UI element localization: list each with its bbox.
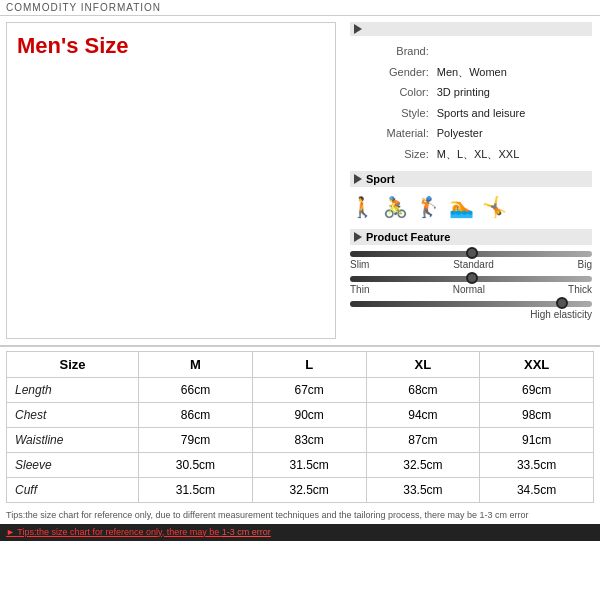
feature-arrow-icon (354, 232, 362, 242)
material-label: Material: (352, 124, 433, 143)
col-xl: XL (366, 352, 480, 378)
cell-xl: 68cm (366, 378, 480, 403)
slider-track-2 (350, 276, 592, 282)
cell-l: 90cm (252, 403, 366, 428)
cell-l: 67cm (252, 378, 366, 403)
cell-m: 31.5cm (139, 478, 253, 503)
info-panel: Brand: Gender: Men、Women Color: 3D print… (342, 16, 600, 345)
brand-value (435, 42, 590, 61)
style-row: Style: Sports and leisure (352, 104, 590, 123)
cell-l: 31.5cm (252, 453, 366, 478)
big-label: Big (578, 259, 592, 270)
size-row: Size: M、L、XL、XXL (352, 145, 590, 164)
table-row: Chest 86cm 90cm 94cm 98cm (7, 403, 594, 428)
cell-m: 86cm (139, 403, 253, 428)
row-label: Cuff (7, 478, 139, 503)
table-row: Sleeve 30.5cm 31.5cm 32.5cm 33.5cm (7, 453, 594, 478)
color-label: Color: (352, 83, 433, 102)
gender-value: Men、Women (435, 63, 590, 82)
tips-highlight-text: Tips:the size chart for reference only, … (17, 527, 222, 537)
material-row: Material: Polyester (352, 124, 590, 143)
material-value: Polyester (435, 124, 590, 143)
cell-xl: 94cm (366, 403, 480, 428)
sport-section: Sport 🚶 🚴 🏌 🏊 🤸 (350, 171, 592, 223)
gender-row: Gender: Men、Women (352, 63, 590, 82)
tips-highlight-bar: ► Tips:the size chart for reference only… (0, 524, 600, 542)
tips-text: Tips:the size chart for reference only, … (6, 510, 529, 520)
cell-m: 79cm (139, 428, 253, 453)
table-row: Cuff 31.5cm 32.5cm 33.5cm 34.5cm (7, 478, 594, 503)
elasticity-right: High elasticity (530, 309, 592, 320)
sport-icon-golf: 🏌 (416, 195, 441, 219)
table-row: Length 66cm 67cm 68cm 69cm (7, 378, 594, 403)
col-m: M (139, 352, 253, 378)
size-table-header-row: Size M L XL XXL (7, 352, 594, 378)
cell-m: 66cm (139, 378, 253, 403)
cell-xxl: 33.5cm (480, 453, 594, 478)
color-value: 3D printing (435, 83, 590, 102)
mens-size-panel: Men's Size (6, 22, 336, 339)
row-label: Sleeve (7, 453, 139, 478)
gender-label: Gender: (352, 63, 433, 82)
sport-icon-cycle: 🚴 (383, 195, 408, 219)
cell-xl: 87cm (366, 428, 480, 453)
style-value: Sports and leisure (435, 104, 590, 123)
slider-labels-1: Slim Standard Big (350, 259, 592, 270)
cell-xxl: 91cm (480, 428, 594, 453)
col-xxl: XXL (480, 352, 594, 378)
cell-xl: 33.5cm (366, 478, 480, 503)
cell-l: 83cm (252, 428, 366, 453)
tips-highlight-prefix: ► (6, 527, 17, 537)
thick-label: Thick (568, 284, 592, 295)
feature-section: Product Feature Slim Standard Big (350, 229, 592, 320)
arrow-icon (354, 24, 362, 34)
commodity-info-label: COMMODITY INFORMATION (6, 2, 161, 13)
slider-labels-3: High elasticity (350, 309, 592, 320)
commodity-section-header (350, 22, 592, 36)
mens-size-title: Men's Size (17, 33, 129, 59)
sport-icon-walk: 🚶 (350, 195, 375, 219)
feature-section-header: Product Feature (350, 229, 592, 245)
row-label: Length (7, 378, 139, 403)
elasticity-slider: High elasticity (350, 301, 592, 320)
brand-row: Brand: (352, 42, 590, 61)
brand-label: Brand: (352, 42, 433, 61)
sport-icon-swim: 🏊 (449, 195, 474, 219)
cell-m: 30.5cm (139, 453, 253, 478)
cell-xxl: 34.5cm (480, 478, 594, 503)
size-value: M、L、XL、XXL (435, 145, 590, 164)
slider-thumb-3 (556, 297, 568, 309)
col-size: Size (7, 352, 139, 378)
sport-icon-gym: 🤸 (482, 195, 507, 219)
sport-section-label: Sport (366, 173, 395, 185)
row-label: Waistline (7, 428, 139, 453)
cell-l: 32.5cm (252, 478, 366, 503)
feature-section-label: Product Feature (366, 231, 450, 243)
table-row: Waistline 79cm 83cm 87cm 91cm (7, 428, 594, 453)
tips-highlight-red: 1-3 cm error (222, 527, 271, 537)
slim-label: Slim (350, 259, 369, 270)
commodity-table: Brand: Gender: Men、Women Color: 3D print… (350, 40, 592, 165)
standard-label: Standard (453, 259, 494, 270)
sport-section-header: Sport (350, 171, 592, 187)
slider-track-1 (350, 251, 592, 257)
color-row: Color: 3D printing (352, 83, 590, 102)
commodity-info-bar: COMMODITY INFORMATION (0, 0, 600, 16)
cell-xxl: 69cm (480, 378, 594, 403)
thin-label: Thin (350, 284, 369, 295)
cell-xxl: 98cm (480, 403, 594, 428)
slider-track-3 (350, 301, 592, 307)
thin-normal-thick-slider: Thin Normal Thick (350, 276, 592, 295)
sport-arrow-icon (354, 174, 362, 184)
tips-section: Tips:the size chart for reference only, … (0, 507, 600, 524)
size-chart-section: Size M L XL XXL Length 66cm 67cm 68cm 69… (0, 346, 600, 507)
normal-label: Normal (453, 284, 485, 295)
cell-xl: 32.5cm (366, 453, 480, 478)
slider-labels-2: Thin Normal Thick (350, 284, 592, 295)
slider-thumb-2 (466, 272, 478, 284)
row-label: Chest (7, 403, 139, 428)
slim-standard-big-slider: Slim Standard Big (350, 251, 592, 270)
sport-icons-row: 🚶 🚴 🏌 🏊 🤸 (350, 191, 592, 223)
col-l: L (252, 352, 366, 378)
slider-thumb-1 (466, 247, 478, 259)
